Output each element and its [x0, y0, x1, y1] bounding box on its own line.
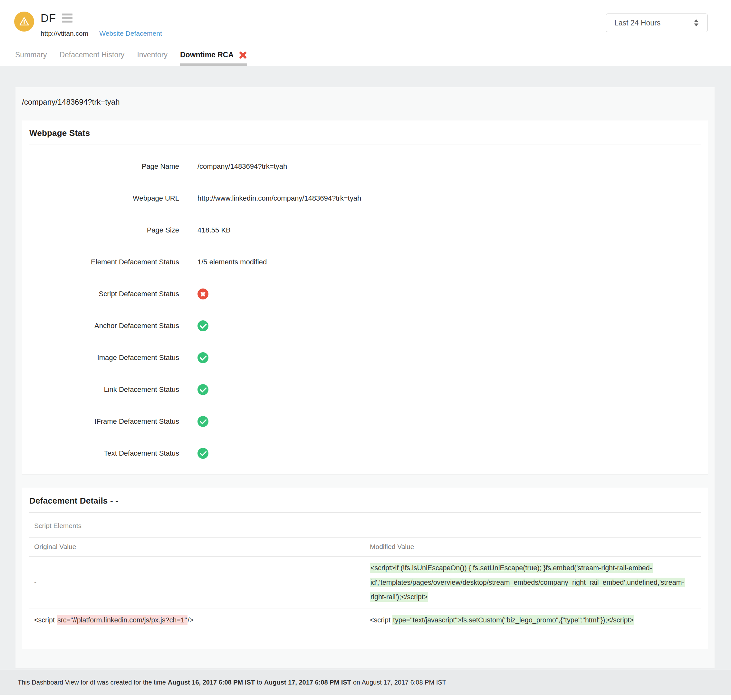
hamburger-menu-icon[interactable] — [62, 13, 72, 22]
page-title: /company/1483694?trk=tyah — [22, 92, 708, 120]
footer-text: to — [257, 679, 262, 686]
check-circle-icon — [198, 321, 208, 331]
time-range-select[interactable]: Last 24 Hours — [606, 13, 708, 32]
stat-row-script-defacement: Script Defacement Status — [29, 278, 701, 310]
stat-label: IFrame Defacement Status — [29, 417, 179, 426]
stat-label: Page Size — [29, 226, 179, 234]
stat-row-webpage-url: Webpage URL http://www.linkedin.com/comp… — [29, 182, 701, 214]
webpage-stats-card: Webpage Stats Page Name /company/1483694… — [22, 120, 708, 474]
stat-label: Text Defacement Status — [29, 449, 179, 458]
tab-close-icon[interactable] — [239, 51, 247, 59]
stat-value: http://www.linkedin.com/company/1483694?… — [198, 194, 361, 202]
modified-value-cell: <script>if (!fs.isUniEscapeOn()) { fs.se… — [365, 557, 701, 609]
website-defacement-link[interactable]: Website Defacement — [99, 29, 162, 37]
tab-inventory[interactable]: Inventory — [137, 51, 167, 66]
monitor-name: DF — [41, 12, 56, 25]
footer-text: This Dashboard View for df was created f… — [18, 679, 166, 686]
page-card: /company/1483694?trk=tyah Webpage Stats … — [15, 87, 715, 668]
stat-row-page-size: Page Size 418.55 KB — [29, 214, 701, 246]
original-value-cell: <script src="//platform.linkedin.com/js/… — [29, 609, 365, 632]
tab-downtime-rca[interactable]: Downtime RCA — [180, 51, 247, 66]
stat-row-iframe-defacement: IFrame Defacement Status — [29, 406, 701, 437]
select-arrows-icon — [694, 19, 699, 26]
defacement-details-card: Defacement Details - - Script Elements O… — [22, 488, 708, 649]
divider — [29, 145, 701, 145]
stat-value: 418.55 KB — [198, 226, 230, 234]
table-row: - <script>if (!fs.isUniEscapeOn()) { fs.… — [29, 557, 701, 609]
table-header-row: Original Value Modified Value — [29, 538, 701, 557]
stat-label: Anchor Defacement Status — [29, 322, 179, 330]
table-row: <script src="//platform.linkedin.com/js/… — [29, 609, 701, 632]
monitor-info: DF http://vtitan.com Website Defacement — [41, 12, 162, 37]
check-circle-icon — [198, 384, 208, 395]
dashboard-footer: This Dashboard View for df was created f… — [0, 670, 731, 695]
time-range-value: Last 24 Hours — [614, 19, 661, 27]
tab-summary[interactable]: Summary — [15, 51, 47, 66]
stat-row-link-defacement: Link Defacement Status — [29, 373, 701, 406]
content-area: /company/1483694?trk=tyah Webpage Stats … — [0, 66, 731, 670]
stat-label: Script Defacement Status — [29, 290, 179, 298]
stat-row-page-name: Page Name /company/1483694?trk=tyah — [29, 150, 701, 182]
cross-circle-icon — [198, 288, 208, 299]
check-circle-icon — [198, 416, 208, 427]
defacement-details-heading: Defacement Details - - — [29, 496, 701, 506]
stat-label: Image Defacement Status — [29, 354, 179, 362]
stat-row-element-defacement: Element Defacement Status 1/5 elements m… — [29, 246, 701, 278]
footer-created-time: on August 17, 2017 6:08 PM IST — [353, 679, 446, 686]
check-circle-icon — [198, 448, 208, 459]
stat-value: 1/5 elements modified — [198, 258, 267, 266]
script-elements-table: Original Value Modified Value - <script>… — [29, 538, 701, 644]
modified-value-column-header: Modified Value — [365, 538, 701, 556]
stat-row-text-defacement: Text Defacement Status — [29, 437, 701, 469]
removed-code-highlight: src="//platform.linkedin.com/js/px.js?ch… — [57, 615, 188, 625]
footer-start-time: August 16, 2017 6:08 PM IST — [168, 679, 255, 686]
divider — [29, 512, 701, 513]
app-header: DF http://vtitan.com Website Defacement … — [0, 0, 731, 66]
original-value-cell: - — [29, 571, 365, 594]
tab-bar: Summary Defacement History Inventory Dow… — [15, 51, 247, 66]
monitor-url: http://vtitan.com — [41, 29, 88, 37]
footer-end-time: August 17, 2017 6:08 PM IST — [264, 679, 351, 686]
added-code-highlight: <script>if (!fs.isUniEscapeOn()) { fs.se… — [370, 563, 685, 602]
warning-triangle-icon — [14, 12, 34, 32]
tab-defacement-history[interactable]: Defacement History — [59, 51, 124, 66]
added-code-highlight: type="text/javascript">fs.setCustom("biz… — [392, 615, 634, 625]
modified-value-cell: <script type="text/javascript">fs.setCus… — [365, 609, 701, 632]
stat-label: Element Defacement Status — [29, 258, 179, 266]
tab-downtime-rca-label: Downtime RCA — [180, 51, 233, 59]
webpage-stats-heading: Webpage Stats — [29, 128, 701, 138]
stat-value: /company/1483694?trk=tyah — [198, 162, 287, 171]
original-value-column-header: Original Value — [29, 538, 365, 556]
webpage-stats-table: Page Name /company/1483694?trk=tyah Webp… — [29, 150, 701, 469]
stat-label: Page Name — [29, 162, 179, 171]
check-circle-icon — [198, 352, 208, 363]
script-elements-label: Script Elements — [29, 522, 701, 530]
stat-row-anchor-defacement: Anchor Defacement Status — [29, 310, 701, 342]
stat-label: Link Defacement Status — [29, 385, 179, 394]
stat-label: Webpage URL — [29, 194, 179, 202]
stat-row-image-defacement: Image Defacement Status — [29, 342, 701, 373]
